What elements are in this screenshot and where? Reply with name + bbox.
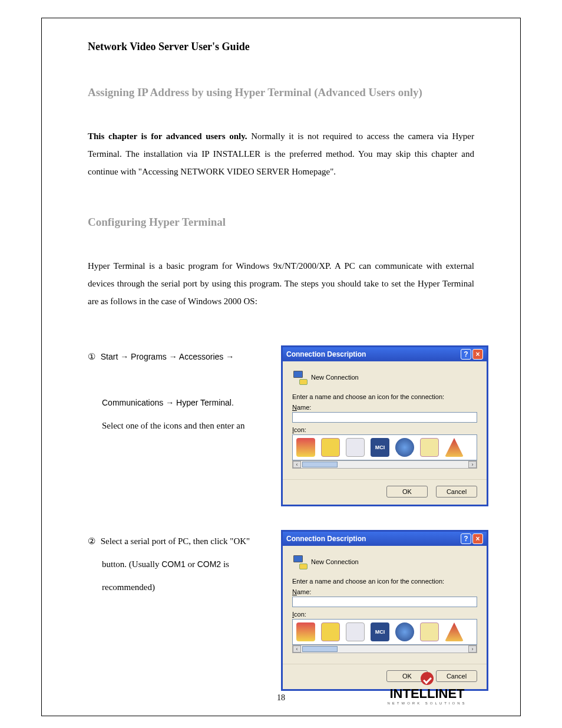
ok-button[interactable]: OK xyxy=(386,486,428,498)
dialog-title-text: Connection Description xyxy=(286,350,366,358)
step-1-accessories: Accessories xyxy=(177,352,226,361)
logo-subtext: NETWORK SOLUTIONS xyxy=(380,701,474,705)
step-1-programs: Programs xyxy=(128,352,168,361)
connection-icon-option[interactable] xyxy=(445,622,464,641)
step-2-is: is xyxy=(221,559,229,569)
dialog-titlebar: Connection Description ? × xyxy=(283,532,487,546)
step-2-number: ② xyxy=(88,530,98,553)
close-button[interactable]: × xyxy=(472,349,483,360)
icon-selector[interactable]: MCI xyxy=(292,619,477,645)
connection-icon-option[interactable] xyxy=(346,438,365,457)
new-connection-icon xyxy=(292,554,308,569)
arrow-icon: → xyxy=(226,352,234,361)
close-button[interactable]: × xyxy=(472,533,483,544)
step-1-row: ① Start → Programs → Accessories → Commu… xyxy=(88,345,474,506)
intro-paragraph: This chapter is for advanced users only.… xyxy=(88,127,474,180)
step-1-hyper: Hyper Terminal. xyxy=(174,398,234,407)
scroll-right-icon[interactable]: › xyxy=(468,461,477,468)
step-2-com2: COM2 xyxy=(197,559,221,569)
icon-scrollbar[interactable]: ‹ › xyxy=(292,460,477,469)
dialog-prompt: Enter a name and choose an icon for the … xyxy=(292,393,477,400)
name-field-label: Name: xyxy=(292,404,477,411)
connection-description-dialog: Connection Description ? × New Connectio… xyxy=(281,530,488,691)
step-2-line1: Select a serial port of PC, then click "… xyxy=(101,536,250,546)
connection-icon-option[interactable] xyxy=(420,438,439,457)
new-connection-label: New Connection xyxy=(311,558,359,565)
dialog-title-text: Connection Description xyxy=(286,535,366,543)
step-1-number: ① xyxy=(88,345,98,368)
step-2-or: or xyxy=(186,559,197,569)
dialog-titlebar: Connection Description ? × xyxy=(283,347,487,361)
help-button[interactable]: ? xyxy=(461,349,471,360)
name-field-label: Name: xyxy=(292,588,477,595)
step-2-line3: recommended) xyxy=(102,582,155,592)
connection-icon-option[interactable] xyxy=(346,622,365,641)
document-title: Network Video Server User's Guide xyxy=(88,41,474,53)
name-input[interactable] xyxy=(292,412,477,423)
connection-description-dialog: Connection Description ? × New Connectio… xyxy=(281,345,488,506)
sub-heading: Configuring Hyper Terminal xyxy=(88,216,474,229)
icon-scrollbar[interactable]: ‹ › xyxy=(292,645,477,653)
connection-icon-option[interactable] xyxy=(445,438,464,457)
arrow-icon: → xyxy=(120,352,128,361)
new-connection-label: New Connection xyxy=(311,374,359,381)
scroll-left-icon[interactable]: ‹ xyxy=(293,645,301,653)
step-2-line2: button. (Usually COM1 or COM2 is xyxy=(102,559,229,569)
step-2-text: ② Select a serial port of PC, then click… xyxy=(88,530,270,599)
connection-icon-option[interactable] xyxy=(321,438,340,457)
connection-icon-option[interactable]: MCI xyxy=(371,438,389,457)
logo-text: INTELLINET xyxy=(380,686,474,701)
step-1-text: ① Start → Programs → Accessories → Commu… xyxy=(88,345,270,437)
scroll-left-icon[interactable]: ‹ xyxy=(293,461,301,468)
config-paragraph: Hyper Terminal is a basic program for Wi… xyxy=(88,257,474,310)
arrow-icon: → xyxy=(166,398,174,407)
connection-icon-option[interactable] xyxy=(321,622,340,641)
cancel-button[interactable]: Cancel xyxy=(436,486,477,498)
connection-icon-option[interactable] xyxy=(395,438,414,457)
step-1-line3: Select one of the icons and then enter a… xyxy=(102,421,244,430)
scroll-right-icon[interactable]: › xyxy=(468,645,477,653)
connection-icon-option[interactable] xyxy=(296,622,315,641)
icon-selector[interactable]: MCI xyxy=(292,434,477,460)
step-1-line2: Communications → Hyper Terminal. xyxy=(102,398,234,407)
help-button[interactable]: ? xyxy=(461,533,471,544)
icon-field-label: Icon: xyxy=(292,611,477,618)
step-1-comm: Communications xyxy=(102,398,166,407)
icon-field-label: Icon: xyxy=(292,426,477,433)
dialog-prompt: Enter a name and choose an icon for the … xyxy=(292,578,477,585)
scroll-thumb[interactable] xyxy=(302,646,338,652)
connection-icon-option[interactable]: MCI xyxy=(371,622,389,641)
intro-bold: This chapter is for advanced users only. xyxy=(88,131,247,141)
logo-checkmark-icon xyxy=(421,672,434,685)
step-1-start: Start xyxy=(101,352,120,361)
step-2-com1: COM1 xyxy=(161,559,185,569)
new-connection-icon xyxy=(292,370,308,385)
step-1-line1: Start → Programs → Accessories → xyxy=(101,352,234,361)
connection-icon-option[interactable] xyxy=(395,622,414,641)
brand-logo: INTELLINET NETWORK SOLUTIONS xyxy=(380,672,474,705)
arrow-icon: → xyxy=(169,352,177,361)
name-input[interactable] xyxy=(292,597,477,607)
section-heading: Assigning IP Address by using Hyper Term… xyxy=(88,86,474,99)
connection-icon-option[interactable] xyxy=(420,622,439,641)
step-2-button-word: button. (Usually xyxy=(102,559,161,569)
connection-icon-option[interactable] xyxy=(296,438,315,457)
scroll-thumb[interactable] xyxy=(302,462,338,467)
step-2-row: ② Select a serial port of PC, then click… xyxy=(88,530,474,691)
